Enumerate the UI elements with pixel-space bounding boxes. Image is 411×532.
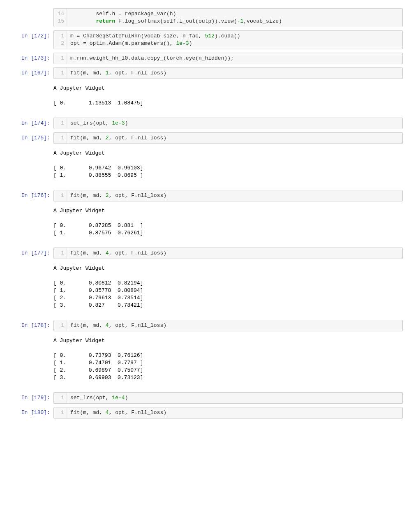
line-number-gutter: 1: [54, 53, 67, 64]
code-token: fit(m, md,: [70, 192, 106, 199]
output-prompt: .: [8, 262, 53, 271]
output-cell: .A Jupyter Widget [ 0. 0.87285 0.881 ] […: [8, 205, 403, 238]
code-token: m.rnn.weight_hh_l0.data.copy_(torch.eye(…: [70, 55, 234, 61]
code-token: ,vocab_size): [243, 18, 282, 24]
code-text[interactable]: fit(m, md, 2, opt, F.nll_loss): [67, 190, 402, 201]
code-text[interactable]: m = CharSeqStatefulRnn(vocab_size, n_fac…: [67, 31, 402, 49]
code-token: fit(m, md,: [70, 250, 106, 256]
line-number: 1: [54, 322, 64, 329]
input-prompt: In [178]:: [8, 320, 53, 328]
code-token: , opt, F.nll_loss): [109, 409, 166, 416]
output-prompt: .: [8, 335, 53, 343]
line-number: 1: [54, 134, 64, 142]
line-number: 1: [54, 69, 64, 77]
line-number-gutter: 1: [54, 190, 67, 201]
output-prompt: .: [8, 82, 53, 91]
code-input-area[interactable]: 1fit(m, md, 4, opt, F.nll_loss): [53, 320, 403, 331]
input-prompt: In [180]:: [8, 407, 53, 416]
line-number-gutter: 1: [54, 248, 67, 259]
code-token: [70, 18, 96, 24]
line-number: 2: [54, 40, 64, 47]
number-token: 512: [205, 33, 215, 39]
code-text[interactable]: fit(m, md, 4, opt, F.nll_loss): [67, 320, 402, 331]
code-input-area[interactable]: 1set_lrs(opt, 1e-4): [53, 392, 403, 404]
line-number: 1: [54, 409, 64, 416]
code-token: fit(m, md,: [70, 70, 106, 76]
code-input-area[interactable]: 1fit(m, md, 4, opt, F.nll_loss): [53, 407, 403, 419]
code-cell: In [175]:1fit(m, md, 2, opt, F.nll_loss): [8, 132, 403, 144]
code-token: , opt, F.nll_loss): [109, 70, 166, 76]
line-number-gutter: 1: [54, 393, 67, 403]
code-token: ): [125, 395, 128, 401]
code-text[interactable]: m.rnn.weight_hh_l0.data.copy_(torch.eye(…: [67, 53, 402, 64]
code-text[interactable]: fit(m, md, 4, opt, F.nll_loss): [67, 248, 402, 259]
code-token: ).cuda(): [215, 33, 240, 39]
code-cell: In [177]:1fit(m, md, 4, opt, F.nll_loss): [8, 247, 403, 259]
code-input-area[interactable]: 1m.rnn.weight_hh_l0.data.copy_(torch.eye…: [53, 53, 403, 64]
line-number: 1: [54, 250, 64, 257]
line-number: 1: [54, 120, 64, 127]
line-number-gutter: 1: [54, 118, 67, 129]
line-number: 1: [54, 394, 64, 402]
code-input-area[interactable]: 12m = CharSeqStatefulRnn(vocab_size, n_f…: [53, 30, 403, 49]
code-token: , opt, F.nll_loss): [109, 322, 166, 328]
code-token: opt = optim.Adam(m.parameters(),: [70, 40, 176, 46]
output-cell: .A Jupyter Widget [ 0. 0.96742 0.96103] …: [8, 147, 403, 181]
number-token: 1e-4: [112, 395, 125, 401]
output-text: A Jupyter Widget [ 0. 0.96742 0.96103] […: [53, 147, 403, 181]
code-token: m = CharSeqStatefulRnn(vocab_size, n_fac…: [70, 33, 205, 39]
code-input-area[interactable]: 1fit(m, md, 2, opt, F.nll_loss): [53, 190, 403, 201]
number-token: 2: [106, 192, 109, 199]
code-cell: In [173]:1m.rnn.weight_hh_l0.data.copy_(…: [8, 53, 403, 64]
line-number-gutter: 1: [54, 133, 67, 143]
line-number: 1: [54, 192, 64, 199]
line-number: 15: [54, 18, 64, 25]
number-token: 1e-3: [176, 40, 189, 46]
code-text[interactable]: set_lrs(opt, 1e-4): [67, 393, 402, 403]
code-input-area[interactable]: 1set_lrs(opt, 1e-3): [53, 118, 403, 129]
code-text[interactable]: self.h = repackage_var(h) return F.log_s…: [67, 9, 402, 27]
input-prompt: In [175]:: [8, 132, 53, 141]
code-text[interactable]: fit(m, md, 2, opt, F.nll_loss): [67, 133, 402, 143]
output-text: A Jupyter Widget [ 0. 1.13513 1.08475]: [53, 82, 403, 109]
input-prompt: In [173]:: [8, 53, 53, 61]
line-number-gutter: 1415: [54, 9, 67, 27]
code-token: , opt, F.nll_loss): [109, 192, 166, 199]
input-prompt: In [167]:: [8, 67, 53, 76]
output-cell: .A Jupyter Widget [ 0. 0.73793 0.76126] …: [8, 335, 403, 383]
number-token: 4: [106, 409, 109, 416]
code-token: , opt, F.nll_loss): [109, 135, 166, 141]
code-token: F.log_softmax(self.l_out(outp)).view(: [115, 18, 237, 24]
line-number-gutter: 12: [54, 31, 67, 49]
number-token: 1: [106, 70, 109, 76]
line-number-gutter: 1: [54, 68, 67, 79]
code-token: , opt, F.nll_loss): [109, 250, 166, 256]
code-text[interactable]: fit(m, md, 4, opt, F.nll_loss): [67, 407, 402, 418]
code-text[interactable]: fit(m, md, 1, opt, F.nll_loss): [67, 68, 402, 79]
notebook-container: .1415 self.h = repackage_var(h) return F…: [0, 0, 411, 438]
code-token: fit(m, md,: [70, 409, 106, 416]
code-input-area[interactable]: 1415 self.h = repackage_var(h) return F.…: [53, 8, 403, 27]
code-input-area[interactable]: 1fit(m, md, 2, opt, F.nll_loss): [53, 132, 403, 144]
output-cell: .A Jupyter Widget [ 0. 1.13513 1.08475]: [8, 82, 403, 109]
code-token: fit(m, md,: [70, 322, 106, 328]
line-number: 1: [54, 55, 64, 62]
output-prompt: .: [8, 147, 53, 156]
keyword-token: return: [96, 18, 115, 24]
code-token: set_lrs(opt,: [70, 395, 112, 401]
code-input-area[interactable]: 1fit(m, md, 1, opt, F.nll_loss): [53, 67, 403, 79]
code-text[interactable]: set_lrs(opt, 1e-3): [67, 118, 402, 129]
input-prompt: .: [8, 8, 53, 17]
number-token: 4: [106, 250, 109, 256]
code-cell: In [172]:12m = CharSeqStatefulRnn(vocab_…: [8, 30, 403, 49]
code-token: ): [125, 120, 128, 126]
input-prompt: In [174]:: [8, 118, 53, 126]
output-text: A Jupyter Widget [ 0. 0.73793 0.76126] […: [53, 335, 403, 383]
code-input-area[interactable]: 1fit(m, md, 4, opt, F.nll_loss): [53, 247, 403, 259]
output-text: A Jupyter Widget [ 0. 0.87285 0.881 ] [ …: [53, 205, 403, 238]
number-token: 4: [106, 322, 109, 328]
number-token: -1: [237, 18, 244, 24]
code-cell: .1415 self.h = repackage_var(h) return F…: [8, 8, 403, 27]
code-cell: In [176]:1fit(m, md, 2, opt, F.nll_loss): [8, 190, 403, 201]
input-prompt: In [177]:: [8, 247, 53, 256]
